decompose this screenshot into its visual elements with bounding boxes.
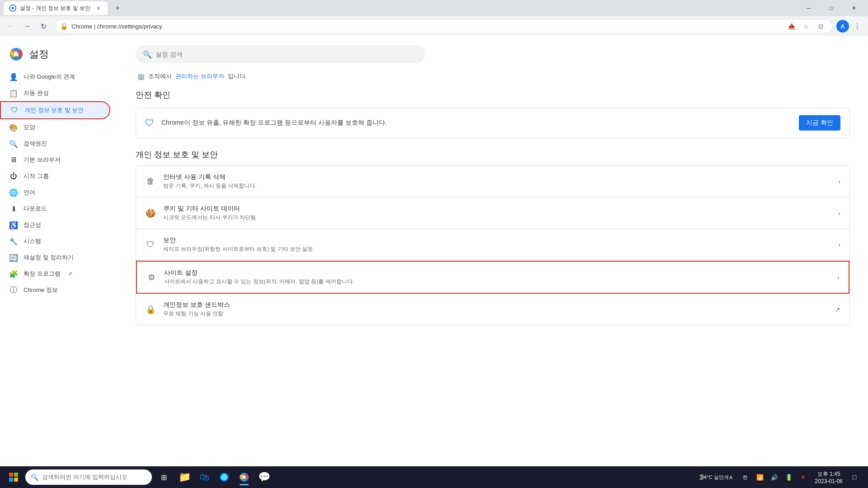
- taskbar-search-icon: 🔍: [31, 474, 38, 481]
- back-button[interactable]: ←: [4, 19, 18, 33]
- notification-button[interactable]: □: [848, 471, 861, 483]
- settings-search-bar[interactable]: 🔍: [136, 45, 425, 63]
- clear-browsing-item[interactable]: 🗑 인터넷 사용 기록 삭제 방문 기록, 쿠키, 캐시 등을 삭제합니다. ›: [136, 166, 849, 197]
- window-controls: ─ □ ✕: [798, 1, 864, 15]
- system-clock[interactable]: 오후 1:45 2023-01-06: [811, 469, 846, 485]
- org-icon: 🏢: [137, 73, 145, 80]
- sidebar-item-browser[interactable]: 🖥 기본 브라우저: [0, 152, 110, 168]
- task-view-button[interactable]: ⊞: [154, 467, 174, 487]
- site-settings-name: 사이트 설정: [164, 269, 830, 277]
- cast-button[interactable]: 📤: [785, 20, 798, 33]
- accessibility-icon: ♿: [9, 221, 18, 230]
- taskbar-file-explorer[interactable]: 📁: [175, 468, 193, 486]
- security-desc: 세이프 브라우징(위험한 사이트로부터 보호) 및 기타 보안 설정: [163, 245, 831, 253]
- tray-ime-icon[interactable]: 한: [739, 471, 752, 483]
- profile-button[interactable]: A: [836, 20, 849, 33]
- sidebar-label-downloads: 다운로드: [24, 205, 47, 213]
- menu-button[interactable]: ⋮: [850, 19, 864, 33]
- bookmark-button[interactable]: ☆: [800, 20, 812, 33]
- address-security-icon: 🔒: [60, 23, 68, 30]
- close-button[interactable]: ✕: [844, 1, 864, 15]
- settings-title: 설정: [29, 47, 49, 61]
- privacy-sandbox-icon: 🔒: [145, 304, 156, 315]
- sidebar-item-system[interactable]: 🔧 시스템: [0, 233, 110, 249]
- sidebar-logo: 설정: [0, 43, 118, 69]
- browser-tab[interactable]: 설정 - 개인 정보 보호 및 보안 ✕: [4, 1, 108, 15]
- appearance-icon: 🎨: [9, 123, 18, 132]
- forward-button[interactable]: →: [20, 19, 34, 33]
- safety-check-title: 안전 확인: [136, 89, 850, 100]
- current-date: 2023-01-06: [815, 478, 843, 484]
- main-content: 🔍 🏢 조직에서 관리하는 브라우저 입니다. 안전 확인 🛡 Chrome이 …: [118, 36, 868, 466]
- tray-weather-text: 4°C 실안개: [710, 471, 723, 483]
- privacy-sandbox-item[interactable]: 🔒 개인정보 보호 샌드박스 무료 체험 기능 사용 안함 ↗: [136, 294, 849, 325]
- sidebar-item-appearance[interactable]: 🎨 모양: [0, 119, 110, 136]
- tray-network-icon[interactable]: 📶: [754, 471, 766, 483]
- sidebar-label-browser: 기본 브라우저: [24, 156, 61, 164]
- taskbar-edge-icon[interactable]: [215, 468, 233, 486]
- sidebar-label-about: Chrome 정보: [24, 286, 58, 294]
- language-icon: 🌐: [9, 188, 18, 197]
- tray-x-icon[interactable]: ✕: [797, 471, 810, 483]
- security-icon: 🛡: [145, 239, 156, 250]
- security-item[interactable]: 🛡 보안 세이프 브라우징(위험한 사이트로부터 보호) 및 기타 보안 설정 …: [136, 229, 849, 261]
- sidebar-item-privacy[interactable]: 🛡 개인 정보 보호 및 보안: [0, 101, 110, 119]
- clear-browsing-desc: 방문 기록, 쿠키, 캐시 등을 삭제합니다.: [163, 182, 831, 190]
- search-engine-icon: 🔍: [9, 139, 18, 148]
- site-settings-item[interactable]: ⚙ 사이트 설정 사이트에서 사용하고 표시할 수 있는 정보(위치, 카메라,…: [136, 261, 849, 294]
- maximize-button[interactable]: □: [821, 1, 842, 15]
- nav-bar: ← → ↻ 🔒 Chrome | chrome://settings/priva…: [0, 16, 868, 36]
- clear-browsing-info: 인터넷 사용 기록 삭제 방문 기록, 쿠키, 캐시 등을 삭제합니다.: [163, 173, 831, 190]
- address-text: Chrome | chrome://settings/privacy: [71, 23, 782, 30]
- sidebar-item-extensions[interactable]: 🧩 확장 프로그램 ↗: [0, 266, 110, 282]
- minimize-button[interactable]: ─: [798, 1, 819, 15]
- sidebar-label-google: 나와 Google의 관계: [24, 73, 75, 81]
- system-tray: 🌫 4°C 실안개 ∧ 한 📶 🔊 🔋 ✕ 오후 1:45 2023-01-06…: [692, 469, 864, 485]
- sidebar-item-downloads[interactable]: ⬇ 다운로드: [0, 201, 110, 217]
- new-tab-button[interactable]: +: [111, 2, 124, 14]
- sidebar-item-search[interactable]: 🔍 검색엔진: [0, 136, 110, 152]
- nav-right-actions: A ⋮: [836, 19, 864, 33]
- sidebar-item-startup[interactable]: ⏻ 시작 그룹: [0, 168, 110, 184]
- org-notice-suffix: 입니다.: [228, 72, 247, 80]
- tray-volume-icon[interactable]: 🔊: [768, 471, 781, 483]
- safety-check-button[interactable]: 지금 확인: [799, 115, 840, 131]
- site-settings-desc: 사이트에서 사용하고 표시할 수 있는 정보(위치, 카메라, 팝업 등)를 제…: [164, 278, 830, 286]
- cookies-info: 쿠키 및 기타 사이트 데이터 시크릿 모드에서는 타사 쿠키가 차단됨: [163, 205, 831, 221]
- sidebar-item-autofill[interactable]: 📋 자동 완성: [0, 85, 110, 101]
- tray-battery-icon[interactable]: 🔋: [783, 471, 795, 483]
- taskbar-search-bar[interactable]: 🔍 검색하려면 여기에 입력하십시오: [25, 469, 152, 485]
- external-link-icon: ↗: [68, 271, 72, 277]
- site-settings-chevron: ›: [837, 274, 840, 281]
- svg-point-4: [14, 52, 19, 56]
- start-button[interactable]: [4, 467, 24, 487]
- clear-browsing-icon: 🗑: [145, 176, 156, 187]
- search-icon: 🔍: [143, 50, 152, 59]
- sidebar-item-about[interactable]: ⓘ Chrome 정보: [0, 282, 110, 298]
- tray-expand-icon[interactable]: ∧: [725, 471, 737, 483]
- refresh-button[interactable]: ↻: [36, 19, 51, 33]
- settings-search-input[interactable]: [156, 51, 418, 58]
- org-notice-link[interactable]: 관리하는 브라우저: [175, 72, 224, 80]
- safety-shield-icon: 🛡: [145, 118, 154, 128]
- sidebar: 설정 👤 나와 Google의 관계 📋 자동 완성 🛡 개인 정보 보호 및 …: [0, 36, 118, 466]
- sidebar-item-accessibility[interactable]: ♿ 접근성: [0, 217, 110, 233]
- sidebar-item-reset[interactable]: 🔄 재설정 및 정리하기: [0, 249, 110, 266]
- split-view-button[interactable]: ⊡: [814, 20, 827, 33]
- taskbar-kakao-icon[interactable]: 💬: [255, 468, 273, 486]
- site-settings-info: 사이트 설정 사이트에서 사용하고 표시할 수 있는 정보(위치, 카메라, 팝…: [164, 269, 830, 286]
- cookies-item[interactable]: 🍪 쿠키 및 기타 사이트 데이터 시크릿 모드에서는 타사 쿠키가 차단됨 ›: [136, 197, 849, 229]
- clear-browsing-chevron: ›: [838, 178, 840, 185]
- safety-check-card: 🛡 Chrome이 정보 유출, 유해한 확장 프로그램 등으로부터 사용자를 …: [136, 108, 850, 138]
- cookies-chevron: ›: [838, 210, 840, 217]
- address-bar[interactable]: 🔒 Chrome | chrome://settings/privacy 📤 ☆…: [54, 19, 833, 33]
- sidebar-item-google[interactable]: 👤 나와 Google의 관계: [0, 69, 110, 85]
- taskbar-chrome-icon[interactable]: [235, 468, 253, 486]
- privacy-sandbox-external-icon: ↗: [835, 306, 840, 313]
- taskbar-store-icon[interactable]: 🛍: [195, 468, 213, 486]
- security-name: 보안: [163, 236, 831, 244]
- sidebar-label-accessibility: 접근성: [24, 221, 41, 229]
- tab-close-button[interactable]: ✕: [94, 4, 102, 12]
- privacy-icon: 🛡: [10, 106, 19, 115]
- sidebar-item-language[interactable]: 🌐 언어: [0, 184, 110, 201]
